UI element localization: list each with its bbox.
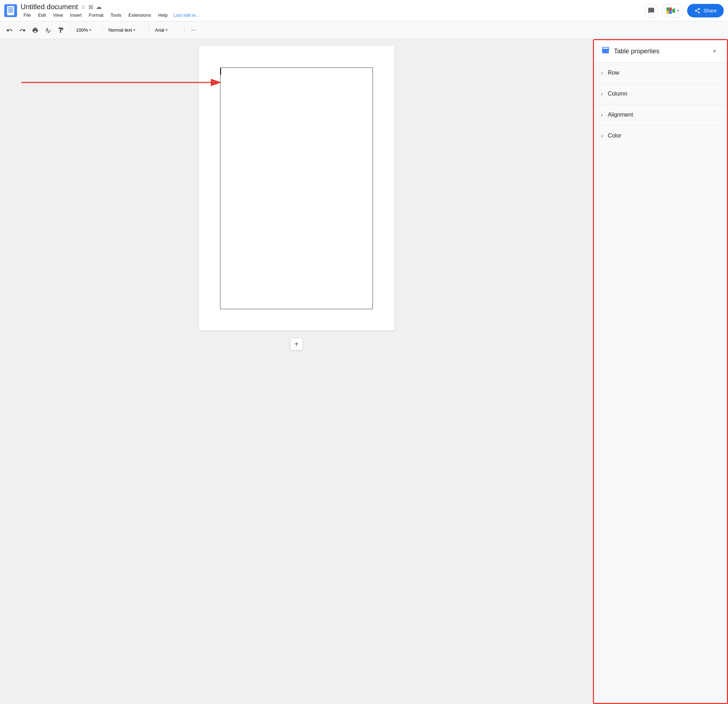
add-page-button[interactable]: + bbox=[290, 338, 303, 351]
menu-edit[interactable]: Edit bbox=[35, 12, 49, 19]
plus-button-area: + bbox=[290, 330, 303, 354]
top-bar: Untitled document ☆ ⊞ ☁ File Edit View I… bbox=[0, 0, 728, 21]
table-properties-panel: Table properties × › Row › Column › Alig… bbox=[593, 39, 728, 704]
text-cursor bbox=[220, 68, 221, 75]
share-icon bbox=[694, 7, 701, 14]
star-icon[interactable]: ☆ bbox=[81, 4, 86, 10]
column-chevron-icon: › bbox=[601, 91, 603, 97]
share-button[interactable]: Share bbox=[687, 4, 724, 17]
svg-rect-2 bbox=[669, 7, 672, 11]
font-select[interactable]: Arial ▾ bbox=[153, 25, 181, 36]
toolbar: 100% ▾ Normal text ▾ Arial ▾ ··· bbox=[0, 21, 728, 39]
panel-item-color[interactable]: › Color bbox=[594, 126, 727, 146]
panel-close-button[interactable]: × bbox=[709, 46, 720, 56]
print-button[interactable] bbox=[30, 25, 40, 36]
menu-extensions[interactable]: Extensions bbox=[126, 12, 154, 19]
table-properties-icon bbox=[601, 46, 610, 56]
style-value: Normal text bbox=[108, 27, 132, 33]
doc-title-row: Untitled document ☆ ⊞ ☁ bbox=[21, 3, 641, 11]
main-area: + Table properties × › Row › C bbox=[0, 39, 728, 704]
svg-marker-5 bbox=[672, 8, 675, 13]
menu-insert[interactable]: Insert bbox=[67, 12, 85, 19]
redo-button[interactable] bbox=[17, 25, 28, 36]
plus-icon: + bbox=[294, 340, 299, 348]
style-chevron-icon: ▾ bbox=[133, 28, 136, 32]
column-label: Column bbox=[608, 91, 627, 97]
comment-button[interactable] bbox=[644, 4, 658, 18]
meet-chevron-icon: ▾ bbox=[677, 9, 679, 12]
meet-button[interactable]: ▾ bbox=[662, 4, 683, 17]
docs-logo[interactable] bbox=[4, 4, 17, 17]
toolbar-divider-4 bbox=[185, 26, 185, 35]
close-icon: × bbox=[713, 48, 716, 55]
zoom-value: 100% bbox=[76, 27, 88, 33]
font-chevron-icon: ▾ bbox=[166, 28, 168, 32]
menu-format[interactable]: Format bbox=[86, 12, 106, 19]
panel-item-alignment[interactable]: › Alignment bbox=[594, 104, 727, 126]
panel-item-row[interactable]: › Row bbox=[594, 62, 727, 84]
more-options-button[interactable]: ··· bbox=[188, 25, 199, 36]
title-area: Untitled document ☆ ⊞ ☁ File Edit View I… bbox=[21, 3, 641, 19]
color-label: Color bbox=[608, 133, 621, 139]
svg-rect-1 bbox=[666, 7, 669, 11]
svg-rect-3 bbox=[666, 11, 669, 14]
spell-check-button[interactable] bbox=[43, 25, 53, 36]
top-right: ▾ Share bbox=[644, 4, 724, 18]
share-label: Share bbox=[703, 8, 716, 13]
zoom-select[interactable]: 100% ▾ bbox=[74, 25, 98, 36]
doc-title: Untitled document bbox=[21, 3, 78, 11]
toolbar-divider-1 bbox=[70, 26, 70, 35]
toolbar-divider-2 bbox=[102, 26, 103, 35]
style-select[interactable]: Normal text ▾ bbox=[106, 25, 145, 36]
menu-file[interactable]: File bbox=[21, 12, 34, 19]
more-options-icon: ··· bbox=[191, 26, 196, 34]
undo-button[interactable] bbox=[4, 25, 15, 36]
alignment-label: Alignment bbox=[608, 112, 633, 118]
panel-body: › Row › Column › Alignment › Color bbox=[594, 62, 727, 703]
title-icons: ☆ ⊞ ☁ bbox=[81, 4, 102, 10]
color-chevron-icon: › bbox=[601, 133, 603, 138]
document-area: + bbox=[0, 39, 593, 704]
font-value: Arial bbox=[155, 27, 164, 33]
row-chevron-icon: › bbox=[601, 70, 603, 76]
doc-table bbox=[220, 68, 373, 309]
meet-icon bbox=[666, 7, 675, 14]
panel-title: Table properties bbox=[614, 48, 705, 55]
menu-help[interactable]: Help bbox=[155, 12, 170, 19]
zoom-chevron-icon: ▾ bbox=[89, 28, 91, 32]
menu-tools[interactable]: Tools bbox=[108, 12, 124, 19]
alignment-chevron-icon: › bbox=[601, 112, 603, 118]
last-edit-link[interactable]: Last edit w... bbox=[173, 12, 199, 18]
toolbar-divider-3 bbox=[149, 26, 149, 35]
panel-item-column[interactable]: › Column bbox=[594, 84, 727, 104]
cloud-icon[interactable]: ☁ bbox=[96, 4, 102, 10]
menu-bar: File Edit View Insert Format Tools Exten… bbox=[21, 12, 641, 19]
folder-icon[interactable]: ⊞ bbox=[88, 4, 93, 10]
paint-format-button[interactable] bbox=[55, 25, 66, 36]
row-label: Row bbox=[608, 70, 619, 76]
panel-header: Table properties × bbox=[594, 40, 727, 62]
menu-view[interactable]: View bbox=[50, 12, 66, 19]
svg-rect-4 bbox=[669, 11, 672, 14]
document-page bbox=[199, 46, 394, 330]
